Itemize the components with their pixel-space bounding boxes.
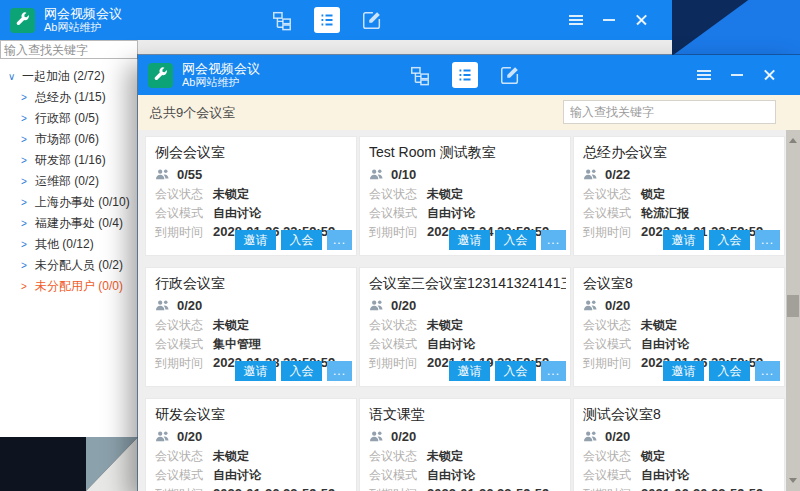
- tree-item-2[interactable]: >行政部 (0/5): [0, 108, 138, 129]
- tree-arrow-icon[interactable]: ∨: [8, 66, 18, 87]
- menu-button[interactable]: [568, 12, 584, 28]
- foreground-window-titlebar[interactable]: 网会视频会议 Ab网站维护: [138, 55, 800, 95]
- tree-arrow-icon[interactable]: >: [21, 276, 31, 297]
- card-actions: 邀请 入会 ...: [663, 230, 780, 250]
- tree-arrow-icon[interactable]: >: [21, 255, 31, 276]
- people-icon: [583, 430, 598, 443]
- close-button[interactable]: [634, 12, 650, 28]
- tree-arrow-icon[interactable]: >: [21, 108, 31, 129]
- join-button[interactable]: 入会: [709, 361, 750, 381]
- background-window-titlebar[interactable]: 网会视频会议 Ab网站维护: [0, 0, 672, 40]
- tree-arrow-icon[interactable]: >: [21, 213, 31, 234]
- more-button[interactable]: ...: [541, 361, 566, 381]
- tree-item-4[interactable]: >研发部 (1/16): [0, 150, 138, 171]
- mode-value: 自由讨论: [213, 206, 261, 220]
- tree-item-0[interactable]: ∨一起加油 (2/72): [0, 66, 138, 87]
- tree-item-label: 运维部 (0/2): [35, 174, 99, 188]
- titlebar-toolbar: [270, 0, 384, 40]
- tree-item-10[interactable]: >未分配用户 (0/0): [0, 276, 138, 297]
- room-list-icon[interactable]: [314, 7, 340, 33]
- status-row: 会议状态未锁定: [155, 449, 352, 463]
- more-button[interactable]: ...: [541, 230, 566, 250]
- mode-row: 会议模式自由讨论: [369, 206, 566, 220]
- status-label: 会议状态: [155, 318, 213, 332]
- room-search-input[interactable]: [563, 100, 776, 124]
- expire-value: 2021-06-30 23:59:59: [641, 487, 763, 491]
- tree-item-3[interactable]: >市场部 (0/6): [0, 129, 138, 150]
- org-chart-icon[interactable]: [270, 8, 294, 32]
- expire-value: 2022-01-26 23:59:59: [427, 487, 549, 491]
- mode-label: 会议模式: [155, 206, 213, 220]
- more-button[interactable]: ...: [327, 361, 352, 381]
- tree-item-5[interactable]: >运维部 (0/2): [0, 171, 138, 192]
- edit-icon[interactable]: [498, 63, 522, 87]
- scroll-down-icon[interactable]: [789, 478, 797, 487]
- member-count: 0/20: [391, 298, 416, 313]
- invite-button[interactable]: 邀请: [235, 230, 276, 250]
- room-list-icon[interactable]: [452, 62, 478, 88]
- close-button[interactable]: [762, 67, 778, 83]
- vertical-scrollbar[interactable]: [786, 130, 800, 491]
- expire-row: 到期时间2021-06-30 23:59:59: [583, 487, 780, 491]
- tree-arrow-icon[interactable]: >: [21, 150, 31, 171]
- tree-item-8[interactable]: >其他 (0/12): [0, 234, 138, 255]
- status-row: 会议状态未锁定: [583, 318, 780, 332]
- status-row: 会议状态未锁定: [369, 318, 566, 332]
- invite-button[interactable]: 邀请: [663, 230, 704, 250]
- sidebar-search-input[interactable]: [0, 40, 138, 59]
- tree-arrow-icon[interactable]: >: [21, 234, 31, 255]
- tree-item-label: 市场部 (0/6): [35, 132, 99, 146]
- join-button[interactable]: 入会: [281, 230, 322, 250]
- tree-item-9[interactable]: >未分配人员 (0/2): [0, 255, 138, 276]
- invite-button[interactable]: 邀请: [449, 361, 490, 381]
- meeting-room-card: Test Room 测试教室 0/10 会议状态未锁定 会议模式自由讨论 到期时…: [360, 137, 570, 255]
- mode-value: 自由讨论: [213, 468, 261, 482]
- tree-arrow-icon[interactable]: >: [21, 129, 31, 150]
- edit-icon[interactable]: [360, 8, 384, 32]
- expire-row: 到期时间2022-01-26 23:59:59: [369, 487, 566, 491]
- invite-button[interactable]: 邀请: [235, 361, 276, 381]
- scroll-up-icon[interactable]: [789, 134, 797, 143]
- status-row: 会议状态未锁定: [369, 449, 566, 463]
- menu-button[interactable]: [696, 67, 712, 83]
- minimize-button[interactable]: [729, 67, 745, 83]
- join-button[interactable]: 入会: [281, 361, 322, 381]
- mode-label: 会议模式: [369, 337, 427, 351]
- room-title: 行政会议室: [155, 275, 352, 293]
- room-title: 会议室三会议室123141324141三会...: [369, 275, 566, 293]
- tree-item-1[interactable]: >总经办 (1/15): [0, 87, 138, 108]
- status-row: 会议状态锁定: [583, 449, 780, 463]
- scrollbar-thumb[interactable]: [787, 295, 799, 317]
- join-button[interactable]: 入会: [495, 230, 536, 250]
- tree-item-label: 上海办事处 (0/10): [35, 195, 130, 209]
- tree-arrow-icon[interactable]: >: [21, 87, 31, 108]
- member-count: 0/10: [391, 167, 416, 182]
- join-button[interactable]: 入会: [495, 361, 536, 381]
- app-icon: [148, 63, 173, 88]
- minimize-button[interactable]: [601, 12, 617, 28]
- tree-item-label: 行政部 (0/5): [35, 111, 99, 125]
- status-label: 会议状态: [583, 318, 641, 332]
- member-count-row: 0/20: [583, 298, 780, 313]
- tree-item-7[interactable]: >福建办事处 (0/4): [0, 213, 138, 234]
- tree-item-label: 未分配用户 (0/0): [35, 279, 123, 293]
- org-tree: ∨一起加油 (2/72) >总经办 (1/15) >行政部 (0/5) >市场部…: [0, 59, 138, 297]
- join-button[interactable]: 入会: [709, 230, 750, 250]
- app-titles: 网会视频会议 Ab网站维护: [182, 61, 260, 90]
- status-value: 未锁定: [213, 318, 249, 332]
- tree-arrow-icon[interactable]: >: [21, 192, 31, 213]
- mode-row: 会议模式集中管理: [155, 337, 352, 351]
- member-count-row: 0/20: [369, 298, 566, 313]
- app-icon: [10, 8, 35, 33]
- more-button[interactable]: ...: [755, 361, 780, 381]
- more-button[interactable]: ...: [755, 230, 780, 250]
- room-list-content: 例会会议室 0/55 会议状态未锁定 会议模式自由讨论 到期时间2028-01-…: [138, 130, 800, 491]
- status-value: 未锁定: [427, 318, 463, 332]
- invite-button[interactable]: 邀请: [449, 230, 490, 250]
- member-count: 0/20: [177, 298, 202, 313]
- invite-button[interactable]: 邀请: [663, 361, 704, 381]
- tree-item-6[interactable]: >上海办事处 (0/10): [0, 192, 138, 213]
- more-button[interactable]: ...: [327, 230, 352, 250]
- org-chart-icon[interactable]: [408, 63, 432, 87]
- tree-arrow-icon[interactable]: >: [21, 171, 31, 192]
